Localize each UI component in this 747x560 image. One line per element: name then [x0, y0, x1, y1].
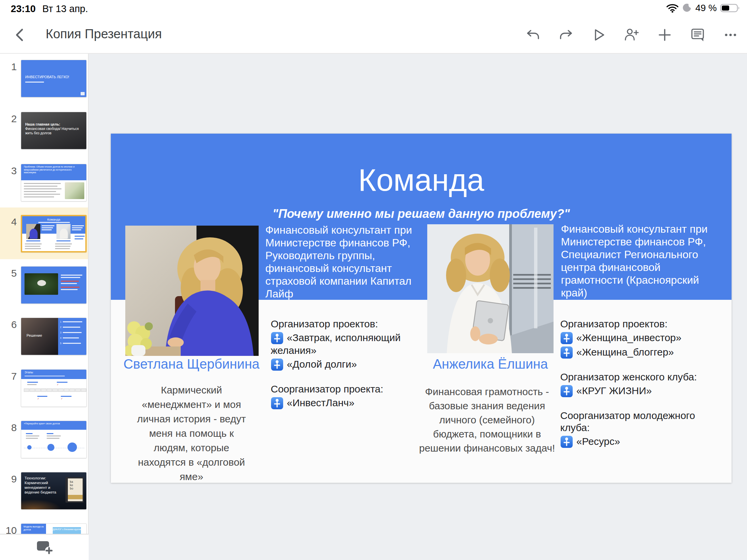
slide-subtitle[interactable]: "Почему именно мы решаем данную проблему…	[111, 207, 731, 221]
slide-number: 6	[3, 319, 17, 330]
mens-room-emoji-icon	[271, 358, 283, 371]
redo-button[interactable]	[558, 27, 574, 43]
kakebo-book: ka ke bo	[66, 477, 84, 503]
thumb-photo	[56, 224, 71, 239]
photo-anzhelika[interactable]	[427, 224, 553, 353]
battery-icon	[720, 3, 740, 13]
back-button[interactable]	[11, 26, 29, 44]
slide-number: 1	[3, 61, 17, 73]
add-slide-button[interactable]	[35, 539, 54, 556]
bio-text-svetlana[interactable]: Кармический«менеджмент» и моя личная ист…	[131, 383, 252, 484]
mens-room-emoji-icon	[560, 435, 573, 448]
slide-thumbnail-3[interactable]: Проблема: Объем плохих долгов по ипотеке…	[21, 164, 87, 202]
job-text-svetlana[interactable]: Финансовый консультант приМинистерстве ф…	[265, 223, 423, 300]
corner-fold	[81, 92, 85, 95]
slide-thumbnail-4-selected[interactable]: Команда	[21, 215, 87, 252]
project-item: «Женщина_блоггер»	[560, 346, 721, 359]
slide-thumbnail-5[interactable]	[21, 266, 87, 304]
projects-list-anzhelika[interactable]: Организатор проектов: «Женщина_инвестор»…	[560, 318, 721, 448]
project-item: «Ресурс»	[560, 435, 721, 448]
document-title[interactable]: Копия Презентация	[46, 27, 162, 41]
club-heading: Организатор женского клуба:	[560, 371, 721, 383]
date: Вт 13 апр.	[42, 3, 88, 15]
person-name-svetlana[interactable]: Светлана Щербинина	[118, 356, 265, 372]
slide-thumbnail-1[interactable]: ИНВЕСТИРОВАТЬ ЛЕГКО!	[21, 60, 87, 97]
youth-club-heading: Соорганизатор молодежногоклуба:	[560, 409, 721, 434]
job-text-anzhelika[interactable]: Финансовый консультант приМинистерстве ф…	[561, 222, 725, 299]
wifi-icon	[666, 3, 678, 13]
insert-plus-button[interactable]	[657, 27, 672, 43]
present-play-button[interactable]	[591, 27, 607, 43]
slide-thumbnail-6[interactable]: Решение 1 2 3 4 5	[21, 318, 87, 355]
slide-title[interactable]: Команда	[111, 162, 731, 198]
project-item: «Завтрак, исполняющийжелания»	[271, 332, 425, 356]
do-not-disturb-moon-icon	[682, 3, 692, 13]
filmstrip-footer	[0, 534, 89, 560]
photo-svetlana[interactable]	[125, 225, 259, 356]
slide-thumbnail-8[interactable]: «Перекройте кран» своих долгов	[21, 421, 87, 458]
projects-heading: Организатор проектов:	[560, 318, 721, 330]
co-projects-heading: Соорганизатор проекта:	[271, 383, 425, 395]
project-item: «Долой долги»	[271, 358, 425, 371]
slide-filmstrip: 1 ИНВЕСТИРОВАТЬ ЛЕГКО! 2 Наша главная це…	[0, 54, 89, 534]
mens-room-emoji-icon	[560, 332, 573, 344]
project-item: «КРУГ ЖИЗНИ»	[560, 385, 721, 398]
screen: 23:10 Вт 13 апр. 49 % Копия Презент	[0, 0, 747, 560]
slide-number: 7	[3, 371, 17, 382]
more-options-button[interactable]	[723, 27, 738, 43]
slide-number: 9	[3, 473, 17, 485]
bio-text-anzhelika[interactable]: Финансовая грамотность -базовые знания в…	[413, 385, 561, 455]
slide-thumbnail-7[interactable]: Этапы ✓ ✓ ✓	[21, 369, 87, 407]
mens-room-emoji-icon	[560, 346, 573, 359]
project-item: «ИнвестЛанч»	[271, 397, 425, 409]
battery-percent: 49 %	[695, 3, 717, 14]
share-person-add-button[interactable]	[624, 27, 640, 43]
projects-list-svetlana[interactable]: Организатор проектов: «Завтрак, исполняю…	[271, 318, 425, 409]
slide-number: 3	[3, 165, 17, 177]
project-item: «Женщина_инвестор»	[560, 332, 721, 344]
slide-thumbnail-10[interactable]: Модель выхода из долгов ДИАЛОГ с близким…	[21, 524, 87, 534]
slide-number: 8	[3, 422, 17, 433]
toolbar-actions	[525, 16, 738, 54]
slide-number: 2	[3, 113, 17, 125]
slide-number: 10	[3, 525, 17, 534]
slide-thumbnail-9[interactable]: Технологии: Кармический менеджмент и вед…	[21, 472, 87, 510]
thumb-photo	[25, 273, 58, 295]
slide-number: 5	[3, 268, 17, 279]
comments-button[interactable]	[690, 27, 705, 43]
slide-page[interactable]: Команда "Почему именно мы решаем данную …	[111, 134, 731, 483]
projects-heading: Организатор проектов:	[271, 318, 425, 330]
mens-room-emoji-icon	[271, 397, 283, 409]
thumb-photo	[65, 182, 84, 199]
mens-room-emoji-icon	[271, 332, 283, 344]
slide-thumbnail-2[interactable]: Наша главная цель: Финансовая свобода/ Н…	[21, 112, 87, 150]
status-bar: 23:10 Вт 13 апр. 49 %	[0, 0, 747, 16]
slide-number: 4	[3, 216, 17, 228]
clock: 23:10	[11, 3, 35, 15]
person-name-anzhelika[interactable]: Анжелика Ёлшина	[410, 356, 571, 372]
thumb-photo	[26, 224, 40, 239]
undo-button[interactable]	[525, 27, 541, 43]
app-toolbar: Копия Презентация	[0, 16, 747, 54]
mens-room-emoji-icon	[560, 385, 573, 398]
